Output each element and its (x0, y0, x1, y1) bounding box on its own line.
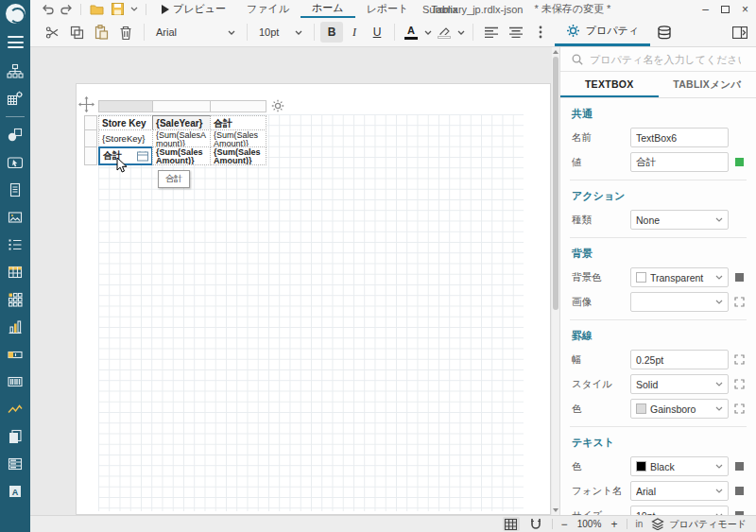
font-name-select[interactable]: Arial (630, 481, 729, 501)
sidebar-item-textbox[interactable] (0, 176, 30, 203)
tab-textbox[interactable]: TEXTBOX (560, 72, 659, 97)
save-button[interactable] (107, 2, 128, 17)
scroll-down-arrow[interactable] (553, 508, 558, 512)
tablix-cell-r3c3[interactable]: {Sum(SalesAmount)} (210, 146, 266, 165)
menu-tab-home[interactable]: ホーム (301, 0, 355, 18)
background-image-select[interactable] (630, 292, 729, 312)
italic-button[interactable]: I (343, 22, 366, 43)
menu-tab-report[interactable]: レポート (355, 0, 421, 18)
font-color-caret[interactable] (421, 30, 434, 35)
sidebar-item-richtext[interactable]: A (0, 477, 30, 505)
redo-button[interactable] (57, 2, 76, 17)
sidebar-item-barcode[interactable] (0, 368, 30, 395)
font-name-state-indicator[interactable] (729, 487, 749, 495)
expand-property-button[interactable] (729, 354, 749, 365)
undo-button[interactable] (38, 2, 57, 17)
tablix-column-handle-3[interactable] (210, 100, 266, 112)
font-size-select[interactable]: 10pt (253, 22, 308, 43)
highlight-caret[interactable] (455, 30, 467, 35)
property-mode-toggle[interactable]: プロパティモード (651, 518, 747, 531)
field-picker-icon[interactable] (137, 151, 148, 162)
text-color-state-indicator[interactable] (729, 462, 749, 471)
open-button[interactable] (86, 2, 107, 17)
sidebar-item-sparkline[interactable] (0, 395, 30, 422)
tablix-row-handle-2[interactable] (84, 129, 97, 147)
panel-tab-data[interactable] (650, 21, 679, 43)
font-color-button[interactable]: A (401, 22, 421, 43)
more-formatting-button[interactable] (528, 21, 553, 43)
preview-button[interactable]: プレビュー (161, 2, 226, 16)
sidebar-item-explorer[interactable] (0, 58, 30, 85)
bgcolor-state-indicator[interactable] (729, 273, 749, 282)
sidebar-item-table[interactable] (0, 258, 30, 285)
border-color-select[interactable]: Gainsboro (630, 399, 729, 419)
panel-tab-properties[interactable]: プロパティ (555, 18, 650, 46)
tablix-row-handle-1[interactable] (84, 115, 97, 130)
expand-property-button[interactable] (729, 297, 749, 307)
value-input[interactable]: 合計 (630, 152, 729, 172)
value-state-indicator[interactable] (729, 158, 749, 166)
tablix-column-handle-1[interactable] (98, 100, 153, 112)
scrollbar-thumb[interactable] (553, 57, 558, 310)
scroll-up-arrow[interactable] (553, 50, 558, 54)
sidebar-item-select-tool[interactable] (0, 148, 30, 176)
highlight-color-button[interactable] (434, 22, 455, 43)
snap-to-guides-button[interactable] (528, 518, 543, 530)
tablix-cell-r3c2[interactable]: {Sum(SalesAmount)} (152, 146, 211, 165)
sidebar-item-shapes[interactable] (0, 121, 30, 148)
unit-indicator[interactable]: in (636, 519, 644, 529)
window-close-button[interactable]: × (742, 4, 748, 15)
delete-button[interactable] (113, 21, 138, 43)
zoom-level[interactable]: 100% (576, 519, 603, 529)
tablix-cell-r2c2[interactable]: {Sum(SalesAmount)} (152, 129, 211, 147)
snap-to-grid-button[interactable] (503, 517, 520, 531)
expand-property-button[interactable] (729, 403, 749, 414)
tab-tablix-member[interactable]: TABLIXメンバ (659, 72, 756, 97)
save-caret-icon[interactable] (128, 2, 141, 17)
tablix-cell-r1c1[interactable]: Store Key (98, 115, 153, 130)
font-size-select-prop[interactable]: 10pt (630, 506, 729, 515)
collapse-panel-button[interactable] (728, 21, 752, 43)
underline-button[interactable]: U (366, 22, 388, 43)
sidebar-item-list[interactable] (0, 231, 30, 258)
sidebar-item-input-field[interactable] (0, 340, 30, 368)
tablix-row-handle-3[interactable] (84, 146, 97, 165)
menu-tab-file[interactable]: ファイル (235, 0, 301, 18)
align-left-button[interactable] (479, 21, 504, 43)
align-center-button[interactable] (504, 21, 528, 43)
background-color-select[interactable]: Transparent (630, 267, 729, 287)
property-search-input[interactable] (590, 54, 741, 65)
zoom-out-button[interactable]: − (561, 518, 568, 531)
tablix-cell-r2c3[interactable]: {Sum(SalesAmount)} (210, 129, 266, 147)
sidebar-item-chart[interactable] (0, 313, 30, 340)
copy-button[interactable] (64, 21, 89, 43)
cut-button[interactable] (40, 21, 64, 43)
sidebar-item-banded-list[interactable] (0, 450, 30, 477)
tablix-column-handle-2[interactable] (152, 100, 211, 112)
paste-button[interactable] (89, 21, 113, 43)
window-maximize-button[interactable] (721, 6, 730, 13)
toolbar: Arial 10pt B I U A プロパティ (30, 18, 756, 46)
name-input[interactable]: TextBox6 (630, 128, 729, 147)
tablix-move-handle[interactable] (78, 96, 94, 112)
sidebar-item-subreport[interactable] (0, 422, 30, 450)
tablix-cell-r1c2[interactable]: {SaleYear} (152, 115, 211, 130)
font-family-select[interactable]: Arial (150, 22, 241, 43)
action-type-select[interactable]: None (630, 210, 729, 230)
expand-property-button[interactable] (729, 379, 749, 389)
report-page[interactable]: Store Key {SaleYear} 合計 {StoreKey} {Sum(… (76, 83, 551, 515)
zoom-in-button[interactable]: + (611, 518, 618, 531)
border-width-input[interactable]: 0.25pt (630, 350, 729, 369)
tablix-cell-r1c3[interactable]: 合計 (210, 115, 266, 130)
tablix-settings-gear[interactable] (271, 99, 284, 112)
window-minimize-button[interactable]: – (702, 4, 709, 15)
tablix-cell-r2c1[interactable]: {StoreKey} (98, 129, 153, 147)
sidebar-item-image[interactable] (0, 203, 30, 231)
canvas-vertical-scrollbar[interactable] (552, 47, 559, 515)
text-color-select[interactable]: Black (630, 456, 729, 476)
main-menu-button[interactable] (8, 36, 24, 48)
sidebar-item-group-editor[interactable] (0, 85, 30, 112)
sidebar-item-tablix[interactable] (0, 285, 30, 313)
border-style-select[interactable]: Solid (630, 374, 729, 394)
bold-button[interactable]: B (320, 22, 343, 43)
